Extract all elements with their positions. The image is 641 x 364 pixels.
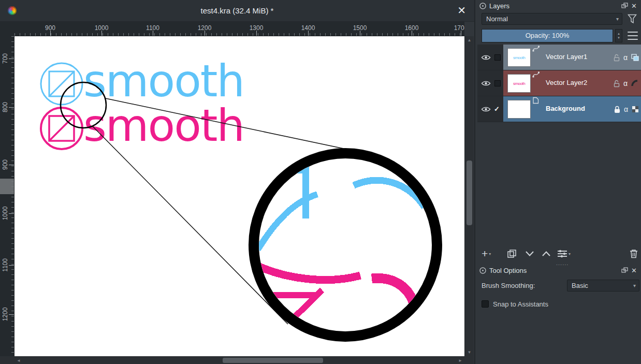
chevron-down-icon: ▾ (569, 252, 571, 256)
layers-docker-header: Layers ✕ (475, 0, 641, 11)
chevron-down-icon: ▾ (616, 13, 619, 24)
vertical-ruler: 700 800 900 1000 1100 1200 (0, 36, 14, 356)
visibility-eye-icon[interactable] (481, 106, 491, 112)
layer-filter-funnel-icon[interactable] (628, 14, 637, 24)
tool-options-docker-title: Tool Options (489, 267, 527, 274)
alpha-lock-icon[interactable]: α (623, 53, 628, 62)
canvas-artwork: smooth smooth (14, 36, 464, 356)
ruler-label: 1700 (449, 24, 464, 32)
inherit-alpha-checker-icon[interactable] (632, 106, 639, 113)
layer-name: Background (546, 105, 585, 112)
brush-smoothing-combobox[interactable]: Basic ▾ (567, 280, 639, 292)
spin-up-icon[interactable]: ▴ (618, 32, 620, 36)
layer-thumbnail: smooth (507, 74, 531, 93)
tool-options-docker-header: Tool Options ✕ (475, 265, 641, 276)
layer-properties-button[interactable]: ▾ (557, 247, 571, 260)
close-docker-icon[interactable]: ✕ (631, 267, 637, 274)
vector-layer-badge-icon (532, 45, 540, 52)
scroll-right-icon[interactable]: ► (457, 358, 463, 363)
locked-icon[interactable] (614, 106, 620, 113)
horizontal-ruler: 900 1000 1100 1200 1300 1400 1500 1600 1… (14, 22, 464, 36)
window-title: test4.kra (32.4 MiB) * (0, 0, 474, 22)
float-docker-icon[interactable] (621, 267, 628, 273)
blend-mode-value: Normal (486, 15, 508, 23)
layer-list: smooth Vector Layer1 α (477, 45, 641, 122)
canvas-vertical-scrollbar[interactable]: ▲ ▼ (464, 36, 474, 356)
pink-smooth-text: smooth (83, 99, 244, 151)
chevron-down-icon: ▾ (489, 252, 491, 256)
layer-left-cell (477, 70, 503, 96)
right-docker: Layers ✕ Normal ▾ Opacity: 100% ▴ ▾ (474, 0, 641, 364)
duplicate-layer-button[interactable] (507, 247, 516, 260)
vector-layer-badge-icon (532, 71, 540, 78)
layer-row-body[interactable]: smooth Vector Layer1 α (503, 45, 641, 70)
spin-down-icon[interactable]: ▾ (618, 36, 620, 40)
layer-select-checkbox[interactable] (494, 54, 501, 61)
layer-name: Vector Layer1 (546, 53, 587, 61)
alpha-lock-icon[interactable]: α (623, 79, 628, 88)
krita-window: test4.kra (32.4 MiB) * ✕ 900 1000 1100 1… (0, 0, 641, 364)
scrollbar-corner (0, 356, 14, 364)
opacity-value: Opacity: 100% (526, 32, 570, 39)
ruler-corner (0, 22, 14, 36)
scroll-left-icon[interactable]: ◄ (16, 358, 22, 363)
visibility-eye-icon[interactable] (481, 54, 491, 61)
ruler-minor-ticks (14, 33, 464, 36)
layer-thumbnail: smooth (507, 48, 531, 67)
move-layer-down-button[interactable] (525, 247, 534, 260)
ruler-view-indicator (0, 179, 14, 194)
float-docker-icon[interactable] (621, 3, 628, 9)
ruler-minor-ticks (11, 36, 14, 356)
layer-row-vector-layer1[interactable]: smooth Vector Layer1 α (477, 45, 641, 70)
layers-docker-title: Layers (489, 2, 509, 10)
layer-row-body[interactable]: smooth Vector Layer2 α (503, 70, 641, 96)
snap-to-assistants-label: Snap to Assistants (493, 300, 548, 308)
horizontal-scroll-handle[interactable] (223, 358, 323, 363)
opacity-spinner[interactable]: ▴ ▾ (615, 29, 622, 42)
scroll-up-icon[interactable]: ▲ (465, 38, 474, 42)
layer-buttons-bar: + ▾ ▾ (475, 247, 641, 261)
vertical-scroll-handle[interactable] (467, 161, 472, 225)
onion-skin-icon[interactable] (631, 80, 639, 87)
window-close-button[interactable]: ✕ (457, 4, 466, 17)
alpha-lock-icon[interactable]: α (624, 105, 628, 113)
visibility-eye-icon[interactable] (481, 80, 491, 86)
move-layer-up-button[interactable] (542, 247, 551, 260)
pink-vector-shapes: smooth (41, 99, 244, 151)
unlocked-icon[interactable] (614, 80, 620, 88)
blue-vector-shapes: smooth (41, 55, 244, 107)
layer-name: Vector Layer2 (546, 79, 587, 86)
magnifier-ring (254, 153, 437, 337)
layer-options-menu-icon[interactable] (628, 32, 638, 40)
layer-row-body[interactable]: Background α (503, 96, 641, 122)
opacity-slider[interactable]: Opacity: 100% (482, 29, 613, 42)
docker-lock-icon (479, 3, 486, 9)
layer-style-icon[interactable] (631, 54, 639, 61)
chevron-down-icon: ▾ (633, 280, 636, 291)
paint-layer-badge-icon (532, 97, 539, 104)
scroll-down-icon[interactable]: ▼ (465, 350, 474, 355)
layer-row-background[interactable]: ✓ Background α (477, 96, 641, 122)
add-layer-button[interactable]: + ▾ (482, 247, 491, 260)
layer-left-cell: ✓ (477, 96, 503, 122)
layer-selected-check-icon[interactable]: ✓ (494, 105, 500, 113)
layer-left-cell (477, 45, 503, 70)
layer-thumbnail (507, 100, 531, 119)
titlebar: test4.kra (32.4 MiB) * ✕ (0, 0, 474, 22)
close-docker-icon[interactable]: ✕ (631, 2, 637, 10)
blend-mode-combobox[interactable]: Normal ▾ (482, 13, 622, 25)
layer-select-checkbox[interactable] (494, 80, 501, 86)
layer-row-vector-layer2[interactable]: smooth Vector Layer2 α (477, 70, 641, 96)
brush-smoothing-value: Basic (572, 282, 588, 289)
unlocked-icon[interactable] (614, 54, 620, 62)
scrollbar-corner (464, 356, 474, 364)
canvas-area[interactable]: smooth smooth (14, 36, 464, 356)
brush-smoothing-label: Brush Smoothing: (482, 282, 535, 289)
delete-layer-button[interactable] (630, 247, 638, 260)
docker-lock-icon (479, 267, 486, 274)
canvas-horizontal-scrollbar[interactable]: ◄ ► (14, 356, 464, 364)
snap-to-assistants-checkbox[interactable] (482, 300, 489, 308)
